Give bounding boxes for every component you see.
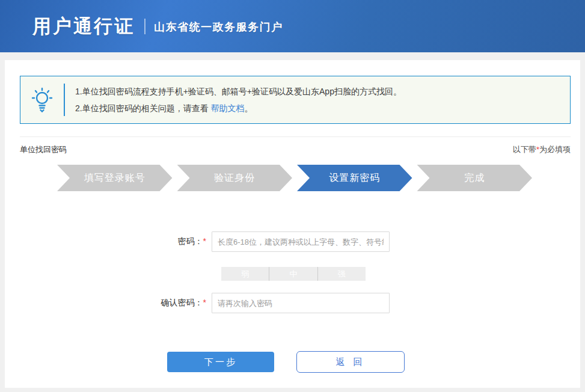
confirm-password-row: 确认密码：* xyxy=(5,293,390,313)
password-strength-meter: 弱 中 强 xyxy=(221,267,366,281)
required-note: 以下带*为必填项 xyxy=(513,144,571,155)
section-title: 单位找回密码 xyxy=(20,144,67,155)
main-card: 1.单位找回密码流程支持手机+验证码、邮箱号+验证码以及爱山东App扫脸的方式找… xyxy=(5,60,580,388)
strength-strong: 强 xyxy=(317,267,366,281)
confirm-password-label: 确认密码：* xyxy=(5,298,212,308)
header-divider xyxy=(144,19,145,34)
strength-weak: 弱 xyxy=(221,267,269,281)
password-input[interactable] xyxy=(212,231,390,252)
step-set-new-password: 设置新密码 xyxy=(297,165,412,191)
confirm-password-label-text: 确认密码： xyxy=(161,298,203,307)
password-row: 密码：* xyxy=(5,231,390,252)
lightbulb-icon xyxy=(20,87,64,112)
portal-subtitle: 山东省统一政务服务门户 xyxy=(154,18,283,34)
confirm-password-input[interactable] xyxy=(212,293,390,313)
step-wizard: 填写登录账号 验证身份 设置新密码 完成 xyxy=(57,165,532,191)
strength-medium: 中 xyxy=(269,267,317,281)
tip-line-2-period: 。 xyxy=(245,103,253,113)
required-note-prefix: 以下带 xyxy=(513,145,536,154)
password-label: 密码：* xyxy=(5,236,212,247)
help-doc-link[interactable]: 帮助文档 xyxy=(211,103,245,113)
step-complete: 完成 xyxy=(417,165,533,191)
tip-line-1: 1.单位找回密码流程支持手机+验证码、邮箱号+验证码以及爱山东App扫脸的方式找… xyxy=(75,83,402,100)
section-bar: 单位找回密码 以下带*为必填项 xyxy=(20,136,571,155)
confirm-required-star: * xyxy=(203,298,206,307)
app-header: 用户通行证 山东省统一政务服务门户 xyxy=(0,0,585,52)
tip-line-2-text: 2.单位找回密码的相关问题，请查看 xyxy=(75,103,211,113)
button-row: 下一步 返 回 xyxy=(167,351,405,373)
step-fill-account: 填写登录账号 xyxy=(57,165,173,191)
page-title: 用户通行证 xyxy=(32,14,135,39)
tip-text: 1.单位找回密码流程支持手机+验证码、邮箱号+验证码以及爱山东App扫脸的方式找… xyxy=(65,83,402,117)
back-button[interactable]: 返 回 xyxy=(296,351,405,373)
required-note-suffix: 为必填项 xyxy=(539,145,571,154)
tip-box: 1.单位找回密码流程支持手机+验证码、邮箱号+验证码以及爱山东App扫脸的方式找… xyxy=(20,76,571,124)
tip-line-2: 2.单位找回密码的相关问题，请查看 帮助文档。 xyxy=(75,100,402,117)
password-label-text: 密码： xyxy=(178,236,203,246)
next-step-button[interactable]: 下一步 xyxy=(167,352,274,372)
password-required-star: * xyxy=(203,236,206,246)
step-verify-identity: 验证身份 xyxy=(177,165,293,191)
